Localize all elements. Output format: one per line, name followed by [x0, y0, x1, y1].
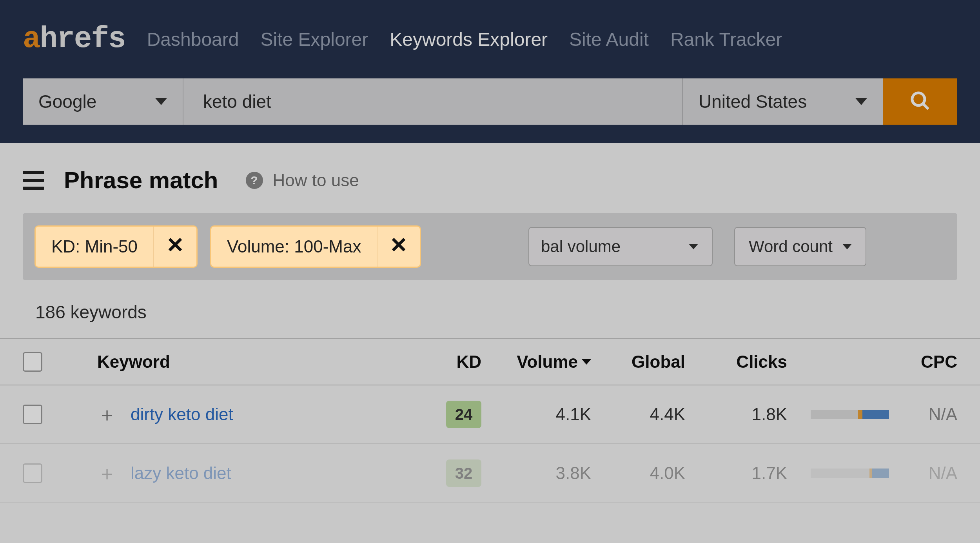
cpc-value: N/A — [891, 405, 957, 424]
kd-badge: 24 — [446, 401, 481, 428]
search-button[interactable] — [883, 78, 957, 125]
clicks-value: 1.7K — [685, 463, 787, 483]
expand-icon[interactable]: ＋ — [97, 460, 117, 487]
search-icon — [909, 90, 931, 113]
col-clicks[interactable]: Clicks — [685, 352, 787, 372]
results-table: Keyword KD Volume Global Clicks CPC ＋ di… — [0, 338, 980, 503]
volume-value: 4.1K — [481, 405, 591, 424]
clicks-value: 1.8K — [685, 405, 787, 424]
global-value: 4.0K — [591, 463, 685, 483]
logo-rest: hrefs — [40, 22, 125, 56]
country-value: United States — [699, 91, 807, 112]
col-kd[interactable]: KD — [411, 352, 481, 372]
filter-kd-label: KD: Min-50 — [36, 237, 153, 256]
search-engine-value: Google — [38, 91, 96, 112]
top-nav-bar: a hrefs Dashboard Site Explorer Keywords… — [0, 0, 980, 143]
global-value: 4.4K — [591, 405, 685, 424]
keyword-input-value: keto diet — [203, 91, 271, 112]
chevron-down-icon — [842, 244, 852, 249]
filter-volume[interactable]: Volume: 100-Max — [210, 225, 421, 268]
col-cpc[interactable]: CPC — [891, 352, 957, 372]
chevron-down-icon — [855, 98, 867, 105]
page-header: Phrase match ? How to use — [0, 143, 980, 213]
chevron-down-icon — [689, 244, 698, 249]
cpc-value: N/A — [891, 463, 957, 483]
search-engine-select[interactable]: Google — [23, 78, 183, 125]
country-select[interactable]: United States — [683, 78, 883, 125]
result-count: 186 keywords — [0, 280, 980, 338]
table-header: Keyword KD Volume Global Clicks CPC — [0, 338, 980, 385]
clicks-bar — [811, 469, 889, 478]
table-row: ＋ lazy keto diet 32 3.8K 4.0K 1.7K N/A — [0, 444, 980, 503]
filter-word-count-label: Word count — [749, 237, 833, 256]
chevron-down-icon — [155, 98, 167, 105]
logo-a: a — [23, 22, 40, 56]
question-icon: ? — [246, 172, 263, 189]
hamburger-icon[interactable] — [23, 171, 44, 190]
keyword-input[interactable]: keto diet — [183, 78, 683, 125]
select-all-checkbox[interactable] — [23, 352, 42, 372]
row-checkbox[interactable] — [23, 463, 42, 483]
filter-kd-remove[interactable] — [153, 227, 196, 267]
table-row: ＋ dirty keto diet 24 4.1K 4.4K 1.8K N/A — [0, 385, 980, 444]
sort-desc-icon — [582, 359, 591, 365]
col-keyword[interactable]: Keyword — [97, 352, 411, 372]
close-icon — [167, 235, 184, 258]
volume-value: 3.8K — [481, 463, 591, 483]
filter-volume-remove[interactable] — [377, 227, 420, 267]
search-row: Google keto diet United States — [23, 78, 957, 125]
filter-word-count[interactable]: Word count — [734, 227, 866, 266]
nav-keywords-explorer[interactable]: Keywords Explorer — [390, 29, 548, 50]
svg-line-1 — [923, 104, 928, 109]
kd-badge: 32 — [446, 459, 481, 487]
svg-point-0 — [912, 93, 924, 105]
filter-bar: KD: Min-50 Volume: 100-Max bal volume Wo… — [23, 213, 957, 280]
how-to-use[interactable]: ? How to use — [246, 171, 359, 190]
col-global[interactable]: Global — [591, 352, 685, 372]
nav-site-audit[interactable]: Site Audit — [569, 29, 649, 50]
filter-global-volume-label: bal volume — [541, 237, 621, 256]
nav-dashboard[interactable]: Dashboard — [147, 29, 239, 50]
close-icon — [390, 235, 407, 258]
nav-rank-tracker[interactable]: Rank Tracker — [670, 29, 782, 50]
filter-kd[interactable]: KD: Min-50 — [34, 225, 198, 268]
expand-icon[interactable]: ＋ — [97, 401, 117, 428]
row-checkbox[interactable] — [23, 405, 42, 424]
keyword-link[interactable]: lazy keto diet — [131, 463, 231, 483]
keyword-link[interactable]: dirty keto diet — [131, 405, 233, 424]
filter-global-volume[interactable]: bal volume — [528, 227, 713, 266]
clicks-bar — [811, 410, 889, 419]
how-to-use-label: How to use — [273, 171, 359, 190]
nav-site-explorer[interactable]: Site Explorer — [260, 29, 368, 50]
filter-volume-label: Volume: 100-Max — [211, 237, 377, 256]
page-title: Phrase match — [64, 167, 218, 194]
logo[interactable]: a hrefs — [23, 22, 125, 56]
col-volume[interactable]: Volume — [481, 352, 591, 372]
